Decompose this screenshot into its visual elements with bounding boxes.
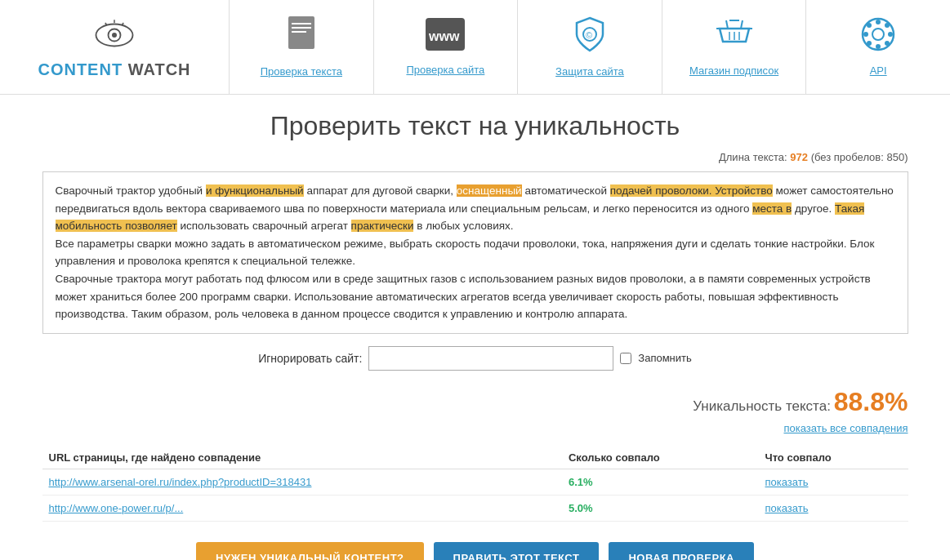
table-header-row: URL страницы, где найдено совпадение Ско… — [42, 447, 908, 469]
score-value: 88.8% — [834, 387, 908, 416]
nav-api[interactable]: API — [805, 0, 950, 94]
svg-point-26 — [867, 23, 872, 28]
nav-protect-site-label: Защита сайта — [555, 65, 624, 78]
ignore-label: Игнорировать сайт: — [258, 352, 362, 365]
svg-point-28 — [885, 23, 890, 28]
svg-rect-9 — [292, 31, 306, 33]
show-cell: показать — [759, 495, 908, 521]
text-length-value: 972 — [790, 151, 808, 163]
col-action: Что совпало — [759, 447, 908, 469]
url-cell: http://www.one-power.ru/p/... — [42, 495, 562, 521]
ignore-input[interactable] — [368, 346, 613, 371]
url-cell: http://www.arsenal-orel.ru/index.php?pro… — [42, 469, 562, 495]
page-title: Проверить текст на уникальность — [42, 111, 908, 141]
col-url: URL страницы, где найдено совпадение — [42, 447, 562, 469]
show-link[interactable]: показать — [765, 502, 809, 514]
www-icon: www — [426, 18, 465, 57]
svg-text:©: © — [586, 30, 592, 40]
text-length-label: Длина текста: — [719, 151, 787, 163]
svg-line-15 — [741, 20, 743, 29]
svg-point-2 — [112, 33, 117, 38]
svg-point-22 — [876, 20, 881, 24]
text-display: Сварочный трактор удобный и функциональн… — [42, 171, 908, 334]
percent-cell: 6.1% — [562, 469, 759, 495]
highlight-3: подачей проволоки. Устройство — [610, 184, 773, 197]
text-length-info: Длина текста: 972 (без пробелов: 850) — [42, 151, 908, 163]
percent-cell: 5.0% — [562, 495, 759, 521]
highlight-2: оснащенный — [457, 184, 522, 197]
svg-point-27 — [885, 41, 890, 46]
api-icon — [861, 17, 895, 58]
svg-point-24 — [863, 32, 868, 37]
score-section: Уникальность текста: 88.8% — [42, 387, 908, 417]
logo-icon — [90, 15, 139, 56]
logo-watch: WATCH — [123, 60, 190, 78]
new-check-button[interactable]: НОВАЯ ПРОВЕРКА — [609, 542, 754, 560]
text-icon — [285, 16, 318, 59]
svg-text:www: www — [428, 29, 460, 43]
edit-text-button[interactable]: ПРАВИТЬ ЭТОТ ТЕКСТ — [434, 542, 600, 560]
svg-point-21 — [872, 29, 884, 40]
svg-point-23 — [876, 44, 881, 49]
logo-text: CONTENT WATCH — [38, 60, 190, 79]
svg-rect-7 — [292, 23, 311, 24]
ignore-row: Игнорировать сайт: Запомнить — [42, 346, 908, 371]
remember-checkbox[interactable] — [620, 353, 631, 364]
nav-api-label: API — [870, 64, 887, 77]
show-link[interactable]: показать — [765, 476, 809, 488]
nav-check-text[interactable]: Проверка текста — [229, 0, 373, 94]
highlight-1: и функциональный — [206, 184, 304, 197]
table-row: http://www.one-power.ru/p/... 5.0% показ… — [42, 495, 908, 521]
svg-rect-8 — [292, 27, 311, 29]
url-link[interactable]: http://www.arsenal-orel.ru/index.php?pro… — [49, 476, 312, 488]
show-all-matches-link[interactable]: показать все совпадения — [42, 422, 908, 434]
need-unique-button[interactable]: НУЖЕН УНИКАЛЬНЫЙ КОНТЕНТ? — [196, 542, 424, 560]
remember-label: Запомнить — [638, 352, 691, 364]
nav-check-site[interactable]: www Проверка сайта — [373, 0, 518, 94]
nav-shop-label: Магазин подписок — [689, 64, 778, 77]
url-link[interactable]: http://www.one-power.ru/p/... — [49, 502, 184, 514]
nav-check-text-label: Проверка текста — [261, 65, 342, 78]
highlight-5: Такая мобильность позволяет — [56, 202, 865, 233]
svg-point-29 — [867, 41, 872, 46]
header: CONTENT WATCH Проверка текста — [0, 0, 950, 95]
svg-line-14 — [726, 20, 728, 29]
shield-icon: © — [573, 16, 606, 59]
logo-content: CONTENT — [38, 60, 123, 78]
show-cell: показать — [759, 469, 908, 495]
nav-items: Проверка текста www Проверка сайта © За — [229, 0, 950, 94]
text-length-no-spaces: (без пробелов: 850) — [811, 151, 908, 163]
highlight-6: практически — [351, 220, 414, 232]
results-table: URL страницы, где найдено совпадение Ско… — [42, 447, 908, 522]
logo-area: CONTENT WATCH — [0, 0, 229, 94]
svg-point-25 — [888, 32, 893, 37]
buttons-row: НУЖЕН УНИКАЛЬНЫЙ КОНТЕНТ? ПРАВИТЬ ЭТОТ Т… — [42, 542, 908, 560]
table-row: http://www.arsenal-orel.ru/index.php?pro… — [42, 469, 908, 495]
nav-protect-site[interactable]: © Защита сайта — [517, 0, 662, 94]
score-label: Уникальность текста: — [693, 398, 831, 414]
nav-check-site-label: Проверка сайта — [406, 64, 484, 76]
col-percent: Сколько совпало — [562, 447, 759, 469]
highlight-4: места в — [752, 202, 792, 215]
nav-shop[interactable]: Магазин подписок — [662, 0, 806, 94]
main-content: Проверить текст на уникальность Длина те… — [26, 95, 925, 560]
basket-icon — [716, 17, 752, 58]
